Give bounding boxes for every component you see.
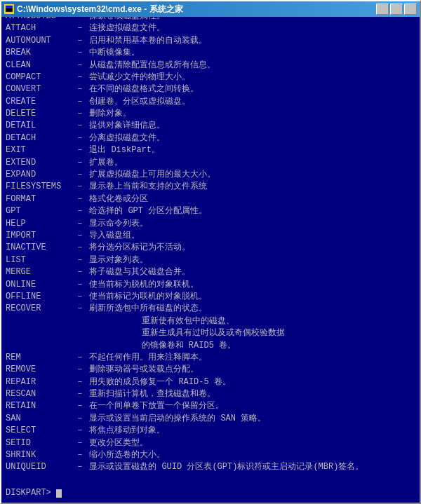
cmd-row-break: BREAK－ 中断镜像集。 [6,47,415,59]
prompt-text: DISKPART> [6,488,56,498]
cmd-row-rescan: RESCAN－ 重新扫描计算机，查找磁盘和卷。 [6,388,415,400]
cmd-row-import: IMPORT－ 导入磁盘组。 [6,230,415,242]
cmd-row-select: SELECT－ 将焦点移动到对象。 [6,425,415,437]
cmd-row-shrink: SHRINK－ 缩小所选卷的大小。 [6,449,415,461]
cmd-row-clean: CLEAN－ 从磁盘清除配置信息或所有信息。 [6,60,415,71]
cmd-row-repair: REPAIR－ 用失败的成员修复一个 RAID-5 卷。 [6,376,415,388]
cmd-row-extend: EXTEND－ 扩展卷。 [6,157,415,169]
cmd-row-format: FORMAT－ 格式化卷或分区 [6,193,415,205]
cmd-row-detach: DETACH－ 分离虚拟磁盘文件。 [6,132,415,144]
cmd-row-merge: MERGE－ 将子磁盘与其父磁盘合并。 [6,266,415,278]
cmd-row-online: ONLINE－ 使当前标为脱机的对象联机。 [6,279,415,291]
terminal-window[interactable]: Microsoft DiskPart 版本 6.1.7601ACTIVE－ 将选… [1,17,420,503]
cmd-row-attach: ATTACH－ 连接虚拟磁盘文件。 [6,22,415,34]
cmd-row-rem: REM－ 不起任何作用。用来注释脚本。 [6,352,415,364]
maximize-button[interactable] [390,4,403,15]
cmd-row-help: HELP－ 显示命令列表。 [6,218,415,230]
svg-rect-1 [6,6,13,8]
cmd-row-compact: COMPACT－ 尝试减少文件的物理大小。 [6,71,415,83]
cmd-row-attributes: ATTRIBUTES－ 操纵卷或磁盘属性。 [6,17,415,22]
cmd-row-exit: EXIT－ 退出 DiskPart。 [6,144,415,156]
cmd-row-offline: OFFLINE－ 使当前标记为联机的对象脱机。 [6,291,415,303]
cmd-row-detail: DETAIL－ 提供对象详细信息。 [6,120,415,132]
title-bar-left: C:\Windows\system32\cmd.exe - 系统之家 [4,4,183,15]
title-buttons [376,4,417,15]
close-button[interactable] [404,4,417,15]
minimize-button[interactable] [376,4,389,15]
cmd-row-convert: CONVERT－ 在不同的磁盘格式之间转换。 [6,83,415,95]
cmd-row-retain: RETAIN－ 在一个间单卷下放置一个保留分区。 [6,400,415,412]
cmd-row-delete: DELETE－ 删除对象。 [6,108,415,120]
main-window: C:\Windows\system32\cmd.exe - 系统之家 Micro… [0,0,421,504]
cmd-row-filesystems: FILESYSTEMS－ 显示卷上当前和支持的文件系统 [6,181,415,193]
prompt-line[interactable]: DISKPART> [6,487,415,499]
cmd-row-gpt: GPT－ 给选择的 GPT 分区分配属性。 [6,205,415,217]
cmd-row-recover: RECOVER－ 刷新所选包中所有磁盘的状态。 重新使有效包中的磁盘、 重新生成… [6,303,415,352]
cmd-row-inactive: INACTIVE－ 将分选分区标记为不活动。 [6,242,415,254]
title-bar: C:\Windows\system32\cmd.exe - 系统之家 [1,1,420,17]
cmd-row-remove: REMOVE－ 删除驱动器号或装载点分配。 [6,364,415,376]
cmd-row-uniqueid: UNIQUEID－ 显示或设置磁盘的 GUID 分区表(GPT)标识符或主启动记… [6,461,415,473]
cursor [56,489,62,498]
window-icon [4,4,14,14]
cmd-row-list: LIST－ 显示对象列表。 [6,254,415,266]
cmd-row-san: SAN－ 显示或设置当前启动的操作系统的 SAN 策略。 [6,413,415,425]
cmd-row-automount: AUTOMOUNT－ 启用和禁用基本卷的自动装载。 [6,35,415,47]
cmd-row-expand: EXPAND－ 扩展虚拟磁盘上可用的最大大小。 [6,169,415,181]
cmd-row-create: CREATE－ 创建卷、分区或虚拟磁盘。 [6,96,415,108]
cmd-row-setid: SETID－ 更改分区类型。 [6,437,415,449]
window-title: C:\Windows\system32\cmd.exe - 系统之家 [17,4,183,15]
